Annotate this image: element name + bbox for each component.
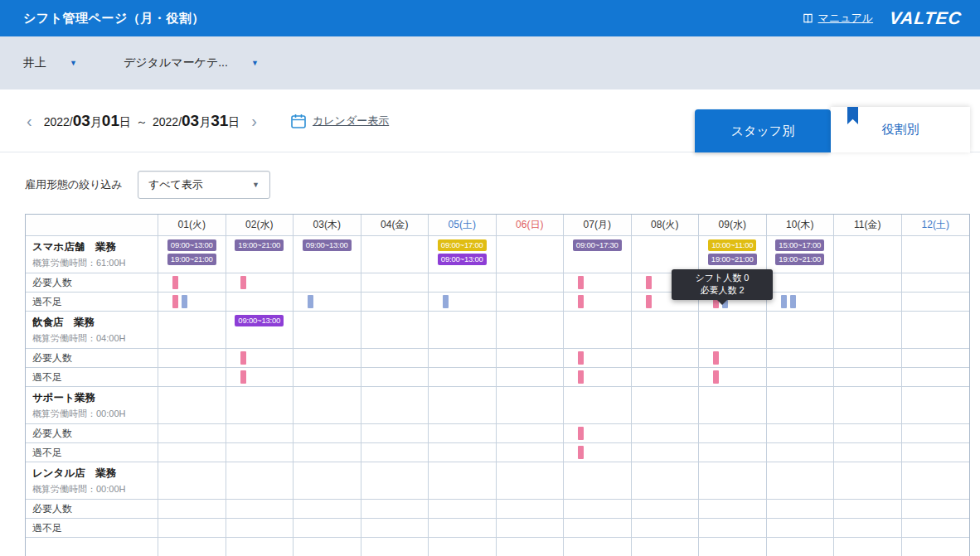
shift-cell[interactable] xyxy=(294,387,361,424)
shift-cell[interactable] xyxy=(834,538,902,556)
count-cell[interactable] xyxy=(226,368,294,387)
count-cell[interactable] xyxy=(699,349,767,368)
shift-cell[interactable] xyxy=(699,462,767,500)
shift-chip[interactable]: 10:00~11:00 xyxy=(708,239,756,251)
count-cell[interactable] xyxy=(902,519,970,538)
shift-chip[interactable]: 09:00~13:00 xyxy=(303,239,352,251)
count-cell[interactable] xyxy=(767,273,835,293)
count-cell[interactable] xyxy=(294,519,361,538)
count-cell[interactable] xyxy=(767,500,835,519)
shift-chip[interactable]: 19:00~21:00 xyxy=(708,254,757,265)
count-cell[interactable] xyxy=(429,293,497,312)
count-cell[interactable] xyxy=(226,500,294,519)
tab-role-view[interactable]: 役割別 xyxy=(831,107,970,152)
count-cell[interactable] xyxy=(294,443,361,462)
shift-cell[interactable]: 09:00~17:30 xyxy=(564,236,632,273)
shift-chip[interactable]: 09:00~17:30 xyxy=(573,239,622,251)
shift-chip[interactable]: 09:00~13:00 xyxy=(167,239,216,251)
count-cell[interactable] xyxy=(564,273,632,293)
shift-cell[interactable] xyxy=(564,387,632,424)
count-cell[interactable] xyxy=(158,273,226,293)
count-cell[interactable] xyxy=(226,519,294,538)
shift-cell[interactable] xyxy=(429,387,497,424)
count-cell[interactable] xyxy=(361,443,429,462)
count-cell[interactable] xyxy=(699,500,767,519)
shift-cell[interactable] xyxy=(834,462,902,500)
count-cell[interactable] xyxy=(361,424,429,443)
count-cell[interactable] xyxy=(361,368,429,387)
shift-chip[interactable]: 19:00~21:00 xyxy=(775,254,824,265)
count-cell[interactable] xyxy=(834,368,902,387)
count-cell[interactable] xyxy=(429,273,497,293)
count-cell[interactable] xyxy=(767,443,835,462)
shift-chip[interactable]: 15:00~17:00 xyxy=(775,239,824,251)
shift-cell[interactable] xyxy=(699,312,767,349)
count-cell[interactable] xyxy=(564,424,632,443)
chevron-left-icon[interactable]: ‹ xyxy=(25,113,34,129)
count-cell[interactable] xyxy=(497,519,565,538)
count-cell[interactable] xyxy=(361,273,429,293)
shift-cell[interactable] xyxy=(834,236,902,273)
count-cell[interactable] xyxy=(497,349,565,368)
shift-cell[interactable] xyxy=(429,312,497,349)
count-cell[interactable] xyxy=(632,349,700,368)
count-cell[interactable] xyxy=(158,349,226,368)
count-cell[interactable] xyxy=(834,273,902,293)
shift-cell[interactable] xyxy=(632,387,700,424)
count-cell[interactable] xyxy=(902,293,970,312)
count-cell[interactable] xyxy=(632,368,700,387)
shift-chip[interactable]: 09:00~13:00 xyxy=(438,254,487,265)
count-cell[interactable] xyxy=(497,443,565,462)
count-cell[interactable] xyxy=(699,519,767,538)
count-cell[interactable] xyxy=(429,443,497,462)
shift-cell[interactable]: 19:00~21:00 xyxy=(226,236,294,273)
count-cell[interactable] xyxy=(632,443,700,462)
count-cell[interactable] xyxy=(632,500,700,519)
count-cell[interactable] xyxy=(834,293,902,312)
count-cell[interactable] xyxy=(361,293,429,312)
count-cell[interactable] xyxy=(564,368,632,387)
count-cell[interactable] xyxy=(902,443,970,462)
shift-cell[interactable] xyxy=(294,312,361,349)
count-cell[interactable] xyxy=(497,293,565,312)
count-cell[interactable] xyxy=(226,443,294,462)
count-cell[interactable] xyxy=(294,500,361,519)
shift-cell[interactable] xyxy=(767,312,835,349)
count-cell[interactable] xyxy=(429,349,497,368)
shift-cell[interactable] xyxy=(158,462,226,500)
count-cell[interactable] xyxy=(767,293,835,312)
count-cell[interactable] xyxy=(834,519,902,538)
count-cell[interactable] xyxy=(226,293,294,312)
count-cell[interactable] xyxy=(158,500,226,519)
count-cell[interactable] xyxy=(158,293,226,312)
shift-cell[interactable] xyxy=(699,538,767,556)
shift-cell[interactable] xyxy=(902,236,970,273)
count-cell[interactable] xyxy=(564,500,632,519)
shift-cell[interactable] xyxy=(361,387,429,424)
count-cell[interactable] xyxy=(361,519,429,538)
count-cell[interactable] xyxy=(226,273,294,293)
shift-chip[interactable]: 19:00~21:00 xyxy=(235,239,284,251)
count-cell[interactable] xyxy=(699,424,767,443)
count-cell[interactable] xyxy=(834,424,902,443)
count-cell[interactable] xyxy=(834,349,902,368)
shift-cell[interactable] xyxy=(294,462,361,500)
shift-cell[interactable] xyxy=(699,387,767,424)
count-cell[interactable] xyxy=(158,368,226,387)
shift-cell[interactable] xyxy=(564,312,632,349)
manual-link[interactable]: マニュアル xyxy=(803,11,874,26)
count-cell[interactable] xyxy=(902,500,970,519)
count-cell[interactable] xyxy=(226,424,294,443)
count-cell[interactable] xyxy=(158,519,226,538)
count-cell[interactable] xyxy=(902,424,970,443)
shift-cell[interactable] xyxy=(361,236,429,273)
shift-cell[interactable] xyxy=(294,538,361,556)
staff-select[interactable]: 井上 ▼ xyxy=(23,56,77,70)
count-cell[interactable] xyxy=(564,349,632,368)
count-cell[interactable] xyxy=(294,273,361,293)
count-cell[interactable] xyxy=(497,273,565,293)
shift-cell[interactable] xyxy=(158,312,226,349)
shift-cell[interactable] xyxy=(632,462,700,500)
shift-cell[interactable] xyxy=(361,462,429,500)
employment-filter-select[interactable]: すべて表示 ▼ xyxy=(138,171,270,199)
